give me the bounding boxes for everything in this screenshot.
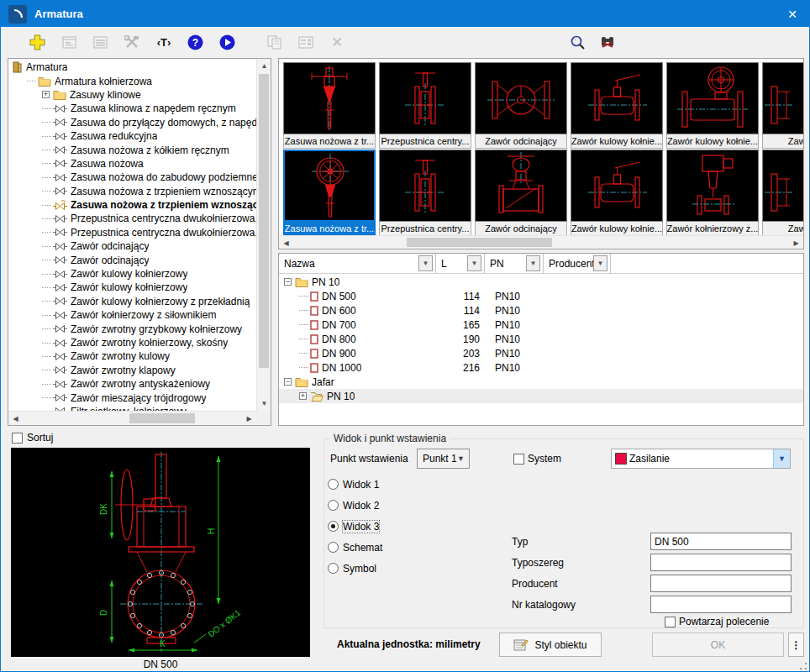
thumbnail[interactable]: Przepustnica centry... bbox=[379, 62, 471, 149]
thumbnail[interactable]: Zawór z... bbox=[762, 62, 804, 149]
detail-field[interactable] bbox=[650, 575, 792, 592]
tree-item[interactable]: Zawór kulowy kołnierzowy z przekładnią bbox=[8, 295, 258, 308]
tree-item[interactable]: Przepustnica centryczna dwukołnierzowa, … bbox=[8, 226, 258, 239]
table-row[interactable]: DN 600114PN10 bbox=[279, 303, 803, 318]
radio-icon[interactable] bbox=[328, 500, 339, 511]
column-filter-dropdown[interactable]: ▼ bbox=[526, 255, 540, 271]
tree-item[interactable]: Armatura kołnierzowa bbox=[8, 74, 258, 87]
scrollbar-thumb[interactable] bbox=[259, 74, 269, 368]
search-button[interactable] bbox=[567, 32, 587, 52]
column-header[interactable]: PN ▼ bbox=[485, 254, 544, 274]
thumbnail[interactable]: Zawór kulowy kołnie... bbox=[571, 150, 663, 236]
scrollbar-thumb[interactable] bbox=[129, 413, 195, 423]
table-row[interactable]: DN 1000216PN10 bbox=[279, 360, 803, 375]
scroll-left-icon[interactable]: ◀ bbox=[279, 236, 293, 249]
powtarzaj-checkbox[interactable] bbox=[665, 617, 676, 627]
thumbnail[interactable]: Zawór odcinający bbox=[475, 150, 567, 236]
radio-icon[interactable] bbox=[328, 521, 339, 532]
column-filter-dropdown[interactable]: ▼ bbox=[467, 255, 481, 271]
tree-item[interactable]: Przepustnica centryczna dwukołnierzowa, … bbox=[8, 212, 258, 225]
tree-item[interactable]: Zawór zwrotny antyskażeniowy bbox=[8, 377, 258, 391]
tree-item[interactable]: Zawór kulowy kołnierzowy bbox=[8, 267, 258, 281]
scroll-right-icon[interactable]: ▶ bbox=[789, 236, 803, 249]
expander-plus[interactable]: + bbox=[299, 392, 307, 400]
thumbnail[interactable]: Zawór kołnierzowy z... bbox=[666, 150, 759, 236]
tree-item[interactable]: Zasuwa nożowa bbox=[8, 157, 258, 171]
text-style-button[interactable]: ‹T› bbox=[154, 32, 174, 52]
column-filter-dropdown[interactable]: ▼ bbox=[418, 255, 433, 271]
add-button[interactable] bbox=[27, 32, 47, 52]
scroll-left-icon[interactable]: ◀ bbox=[8, 412, 23, 426]
tree-horizontal-scrollbar[interactable]: ◀ ▶ bbox=[8, 411, 256, 425]
radio-icon[interactable] bbox=[328, 479, 339, 490]
table-row[interactable]: −Jafar bbox=[279, 375, 803, 389]
scroll-up-icon[interactable]: ▲ bbox=[257, 59, 271, 73]
tree-item[interactable]: Zawór kulowy kołnierzowy bbox=[8, 281, 258, 294]
radio-option[interactable]: Widok 2 bbox=[328, 499, 379, 512]
styl-obiektu-button[interactable]: Styl obiektu bbox=[499, 633, 602, 657]
resize-grip[interactable] bbox=[800, 663, 807, 669]
thumbnail[interactable]: Zawór odcinający bbox=[475, 62, 567, 149]
tree-item[interactable]: Zasuwa klinowa z napędem ręcznym bbox=[8, 102, 258, 115]
column-header[interactable]: L ▼ bbox=[436, 254, 485, 274]
tree-item[interactable]: Zasuwa do przyłączy domowych, z napędem … bbox=[8, 116, 258, 129]
radio-option[interactable]: Symbol bbox=[328, 562, 376, 575]
tree-item[interactable]: Zasuwa redukcyjna bbox=[8, 129, 258, 143]
table-row[interactable]: DN 500114PN10 bbox=[279, 289, 803, 303]
tools-button[interactable] bbox=[122, 32, 142, 52]
tree-item[interactable]: Armatura bbox=[8, 60, 258, 74]
copy-button[interactable] bbox=[265, 32, 285, 52]
tree-item[interactable]: Zawór zwrotny grzybkowy kołnierzowy bbox=[8, 322, 258, 335]
table-row[interactable]: +PN 10 bbox=[279, 389, 803, 403]
thumbnail[interactable]: Zasuwa nożowa z tr... bbox=[283, 150, 376, 236]
expander-minus[interactable]: − bbox=[284, 378, 292, 386]
help-button[interactable]: ? bbox=[185, 32, 205, 52]
punkt-wstawienia-dropdown[interactable]: Punkt 1 ▼ bbox=[417, 449, 470, 469]
tree-item[interactable]: Zawór zwrotny kulowy bbox=[8, 349, 258, 363]
column-header[interactable]: Producent ▼ bbox=[544, 254, 611, 274]
run-button[interactable] bbox=[217, 32, 237, 52]
tree-item[interactable]: Zawór zwrotny klapowy bbox=[8, 364, 258, 377]
column-filter-dropdown[interactable]: ▼ bbox=[593, 255, 608, 271]
detail-field[interactable] bbox=[650, 596, 792, 613]
thumbnail[interactable]: Zawór z... bbox=[762, 150, 804, 236]
table-row[interactable]: −PN 10 bbox=[279, 275, 803, 289]
attributes-button[interactable] bbox=[296, 32, 316, 52]
radio-option[interactable]: Widok 3 bbox=[328, 520, 379, 533]
tree-vertical-scrollbar[interactable]: ▲ ▼ bbox=[256, 59, 271, 411]
detail-field[interactable] bbox=[650, 533, 792, 550]
column-header[interactable]: Nazwa ▼ bbox=[279, 254, 436, 274]
table-row[interactable]: DN 800190PN10 bbox=[279, 332, 803, 346]
tree-item[interactable]: Zawór odcinający bbox=[8, 253, 258, 266]
table-row[interactable]: DN 700165PN10 bbox=[279, 318, 803, 332]
tree-item[interactable]: Zawór mieszający trójdrogowy bbox=[8, 391, 258, 404]
tree-item[interactable]: Zasuwa nożowa do zabudowy podziemnej bbox=[8, 171, 258, 184]
thumbnail[interactable]: Zawór kulowy kołnie... bbox=[666, 62, 759, 149]
dialog-button[interactable] bbox=[59, 32, 79, 52]
tree-item[interactable]: Zawór kołnierzowy z siłownikiem bbox=[8, 308, 258, 322]
zasilanie-dropdown[interactable]: Zasilanie ▼ bbox=[611, 449, 791, 469]
radio-option[interactable]: Schemat bbox=[328, 541, 382, 554]
thumbnail[interactable]: Przepustnica centry... bbox=[379, 150, 471, 236]
thumbnail[interactable]: Zawór kulowy kołnie... bbox=[571, 62, 663, 149]
sortuj-checkbox[interactable] bbox=[12, 433, 23, 444]
system-checkbox[interactable] bbox=[513, 454, 524, 465]
close-button[interactable]: ✕ bbox=[776, 1, 809, 27]
delete-button[interactable]: ✕ bbox=[327, 32, 347, 52]
radio-option[interactable]: Widok 1 bbox=[328, 478, 379, 491]
find-next-button[interactable] bbox=[597, 32, 618, 52]
scroll-down-icon[interactable]: ▼ bbox=[257, 396, 271, 411]
radio-icon[interactable] bbox=[328, 542, 339, 553]
more-options-button[interactable]: ⋮ bbox=[788, 633, 804, 657]
detail-field[interactable] bbox=[650, 554, 792, 571]
scroll-right-icon[interactable]: ▶ bbox=[242, 412, 256, 426]
scrollbar-thumb[interactable] bbox=[407, 238, 552, 247]
radio-icon[interactable] bbox=[328, 563, 339, 574]
thumbnail[interactable]: Zasuwa nożowa z tr... bbox=[283, 62, 376, 149]
tree-item[interactable]: Zasuwa nożowa z kółkiem ręcznym bbox=[8, 143, 258, 156]
tree-item[interactable]: Zasuwa nożowa z trzpieniem wznoszącym, z… bbox=[8, 198, 258, 212]
tree-item[interactable]: Zasuwa nożowa z trzpieniem wznoszącym bbox=[8, 185, 258, 198]
expander-minus[interactable]: − bbox=[284, 278, 292, 286]
tree-item[interactable]: Zawór zwrotny kołnierzowy, skośny bbox=[8, 336, 258, 349]
list-button[interactable] bbox=[90, 32, 110, 52]
